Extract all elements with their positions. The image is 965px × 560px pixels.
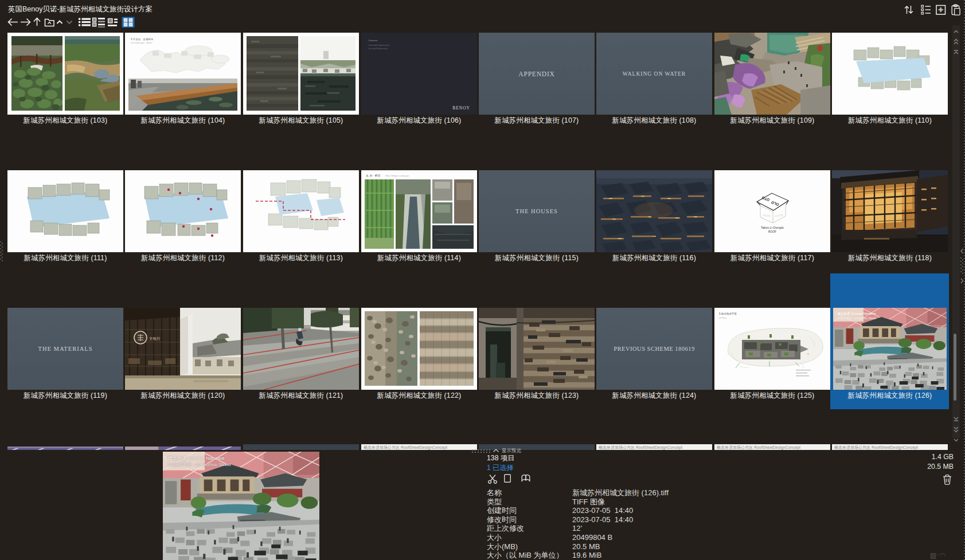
- svg-text:ConceptTheNarrative: ConceptTheNarrative: [368, 48, 388, 50]
- svg-text:Taibou Li Chengdu: Taibou Li Chengdu: [761, 226, 784, 229]
- svg-text:L6 Landscape - Water: L6 Landscape - Water: [131, 42, 153, 44]
- svg-text:Contents: Contents: [368, 39, 378, 42]
- svg-text:BENOY: BENOY: [452, 105, 470, 111]
- svg-text:L6苏州老街 - L6 Suzhou Street: L6苏州老街 - L6 Suzhou Street: [838, 316, 877, 320]
- svg-text:L6 Plan: L6 Plan: [719, 317, 726, 319]
- svg-text:文银行: 文银行: [149, 336, 161, 340]
- svg-text:水 乡 · 桥街: 水 乡 · 桥街: [366, 174, 380, 178]
- svg-text:ROOF: ROOF: [768, 230, 776, 233]
- svg-text:概念推进 Concept Narrative: 概念推进 Concept Narrative: [838, 312, 876, 316]
- svg-text:6.概念推进平面: 6.概念推进平面: [719, 312, 737, 315]
- svg-text:Water Bridges Landscape: Water Bridges Landscape: [385, 175, 409, 177]
- svg-text:ConceptDesignIteration: ConceptDesignIteration: [368, 44, 390, 46]
